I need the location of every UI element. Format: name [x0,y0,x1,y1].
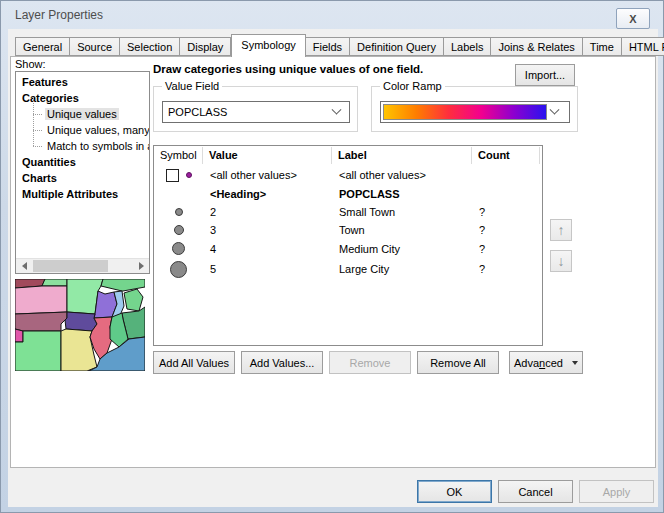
value-field-dropdown[interactable]: POPCLASS [162,101,350,123]
table-row-heading[interactable]: <Heading> POPCLASS [154,185,542,203]
tab-time[interactable]: Time [583,37,622,56]
dropdown-arrow-icon [572,361,578,365]
color-ramp-group: Color Ramp [371,86,578,132]
tree-item-unique-values[interactable]: Unique values [16,106,149,122]
color-ramp-gradient [383,104,547,120]
table-row-value-5[interactable]: 5 Large City ? [154,258,542,280]
close-icon: X [629,13,636,25]
tree-item-features[interactable]: Features [16,74,149,90]
point-symbol-icon[interactable] [186,172,192,178]
tree-horizontal-scrollbar[interactable] [16,258,149,273]
apply-button[interactable]: Apply [579,480,654,503]
scroll-left-icon[interactable] [16,259,32,273]
chevron-down-icon [550,104,560,114]
map-preview-thumbnail [15,279,145,371]
table-header: Symbol Value Label Count [154,146,542,165]
table-row-value-2[interactable]: 2 Small Town ? [154,203,542,221]
chevron-down-icon [332,104,342,114]
window-title: Layer Properties [15,8,103,22]
graduated-circle-icon[interactable] [172,242,185,255]
add-values-button[interactable]: Add Values... [241,351,323,374]
scroll-right-icon[interactable] [133,259,149,273]
ok-button[interactable]: OK [417,480,492,503]
unique-values-table: Symbol Value Label Count <all other valu… [153,145,543,346]
tab-html-popup[interactable]: HTML Popup [622,37,664,56]
tab-symbology[interactable]: Symbology [231,34,305,57]
tree-item-multiple-attributes[interactable]: Multiple Attributes [16,186,149,202]
scrollbar-thumb[interactable] [33,260,108,272]
import-button[interactable]: Import... [515,64,575,86]
column-header-symbol[interactable]: Symbol [154,147,203,164]
arrow-down-icon: ↓ [558,253,565,269]
color-ramp-label: Color Ramp [380,80,445,93]
advanced-button[interactable]: Advanced [509,351,583,374]
remove-all-button[interactable]: Remove All [417,351,499,374]
move-up-button[interactable]: ↑ [550,219,572,241]
graduated-circle-icon[interactable] [175,208,183,216]
tab-selection[interactable]: Selection [120,37,180,56]
tree-item-categories[interactable]: Categories [16,90,149,106]
layer-properties-dialog: Layer Properties X General Source Select… [0,0,664,513]
tab-source[interactable]: Source [70,37,120,56]
table-row-value-4[interactable]: 4 Medium City ? [154,239,542,258]
close-button[interactable]: X [616,8,650,29]
page-title: Draw categories using unique values of o… [153,63,508,75]
all-other-values-checkbox[interactable] [166,169,179,182]
arrow-up-icon: ↑ [558,222,565,238]
value-field-label: Value Field [162,80,222,93]
tree-item-match-symbols[interactable]: Match to symbols in a [16,138,149,154]
graduated-circle-icon[interactable] [170,261,187,278]
column-header-label[interactable]: Label [332,147,472,164]
dialog-body: General Source Selection Display Symbolo… [8,29,658,507]
table-row-value-3[interactable]: 3 Town ? [154,221,542,239]
tab-labels[interactable]: Labels [444,37,491,56]
table-row-all-other-values[interactable]: <all other values> <all other values> [154,165,542,185]
tab-general[interactable]: General [15,37,70,56]
remove-button[interactable]: Remove [329,351,411,374]
show-label: Show: [15,58,46,70]
column-header-count[interactable]: Count [472,147,540,164]
symbology-page: Show: Features Categories Unique values … [10,56,656,468]
value-field-group: Value Field POPCLASS [153,86,358,132]
cancel-button[interactable]: Cancel [498,480,573,503]
tab-display[interactable]: Display [180,37,231,56]
tree-item-charts[interactable]: Charts [16,170,149,186]
tab-joins-relates[interactable]: Joins & Relates [491,37,582,56]
tab-strip: General Source Selection Display Symbolo… [15,35,664,57]
color-ramp-dropdown[interactable] [380,101,570,123]
graduated-circle-icon[interactable] [174,225,184,235]
tree-item-quantities[interactable]: Quantities [16,154,149,170]
add-all-values-button[interactable]: Add All Values [153,351,235,374]
move-down-button[interactable]: ↓ [550,250,572,272]
column-header-value[interactable]: Value [203,147,332,164]
tab-definition-query[interactable]: Definition Query [350,37,444,56]
show-tree: Features Categories Unique values Unique… [15,71,150,274]
tree-item-unique-values-many[interactable]: Unique values, many [16,122,149,138]
tab-fields[interactable]: Fields [306,37,350,56]
value-field-value: POPCLASS [163,106,333,118]
titlebar: Layer Properties X [1,1,663,29]
